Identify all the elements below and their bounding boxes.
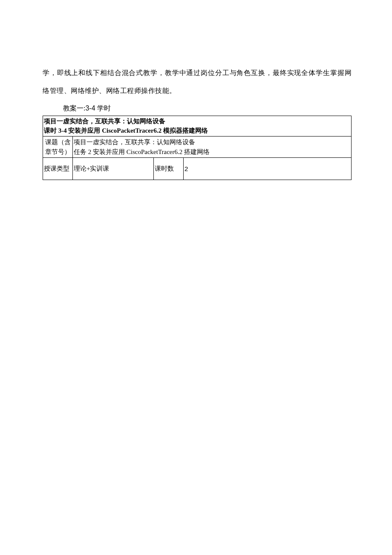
lesson-table: 项目一虚实结合，互联共享：认知网络设备 课时 3-4 安装并应用 CiscoPa… xyxy=(43,116,352,180)
topic-row: 课题（含章节号） 项目一虚实结合，互联共享：认知网络设备 任务 2 安装并应用 … xyxy=(43,137,352,158)
type-value-cell: 理论+实训课 xyxy=(73,158,154,180)
document-page: 学，即线上和线下相结合混合式教学，教学中通过岗位分工与角色互换，最终实现全体学生… xyxy=(0,0,392,180)
topic-label-cell: 课题（含章节号） xyxy=(43,137,73,158)
type-label-cell: 授课类型 xyxy=(43,158,73,180)
hours-value-cell: 2 xyxy=(184,158,352,180)
type-row: 授课类型 理论+实训课 课时数 2 xyxy=(43,158,352,180)
heading-prefix: 教案一: xyxy=(63,105,85,112)
table-header-row: 项目一虚实结合，互联共享：认知网络设备 课时 3-4 安装并应用 CiscoPa… xyxy=(43,116,352,137)
topic-value-cell: 项目一虚实结合，互联共享：认知网络设备 任务 2 安装并应用 CiscoPack… xyxy=(73,137,352,158)
lesson-plan-heading: 教案一:3-4 学时 xyxy=(63,103,352,114)
header-line-1: 项目一虚实结合，互联共享：认知网络设备 xyxy=(44,117,350,126)
topic-line-1: 项目一虚实结合，互联共享：认知网络设备 xyxy=(74,139,195,145)
intro-paragraph: 学，即线上和线下相结合混合式教学，教学中通过岗位分工与角色互换，最终实现全体学生… xyxy=(43,64,352,99)
header-line-2: 课时 3-4 安装并应用 CiscoPacketTracer6.2 模拟器搭建网… xyxy=(44,126,350,136)
topic-line-2: 任务 2 安装并应用 CiscoPacketTracer6.2 搭建网络 xyxy=(74,148,210,155)
heading-number: 3-4 xyxy=(85,105,95,112)
table-header-cell: 项目一虚实结合，互联共享：认知网络设备 课时 3-4 安装并应用 CiscoPa… xyxy=(43,116,352,137)
hours-label-cell: 课时数 xyxy=(154,158,184,180)
heading-suffix: 学时 xyxy=(95,105,111,112)
